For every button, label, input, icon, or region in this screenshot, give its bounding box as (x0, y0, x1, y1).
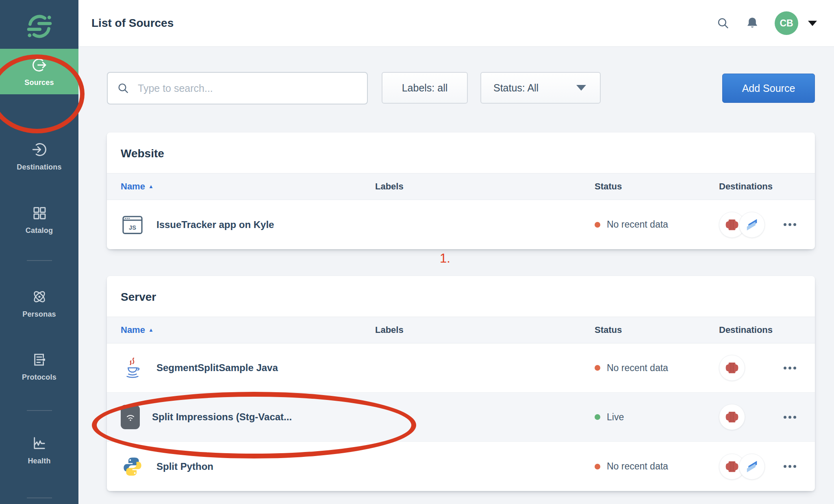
column-header-status: Status (595, 181, 719, 192)
sort-ascending-icon: ▲ (148, 183, 154, 189)
account-menu-caret-icon[interactable] (808, 21, 817, 26)
status-dot (595, 464, 600, 469)
column-header-name[interactable]: Name▲ (107, 181, 375, 192)
sidebar-item-label: Sources (24, 78, 54, 87)
sort-ascending-icon: ▲ (148, 327, 154, 333)
user-avatar[interactable]: CB (775, 11, 798, 35)
column-header-destinations: Destinations (719, 181, 815, 192)
table-row[interactable]: SegmentSplitSample Java No recent data (107, 343, 815, 393)
sidebar-item-health[interactable]: Health (0, 427, 78, 473)
column-header-labels: Labels (375, 181, 595, 192)
table-row[interactable]: Split Python No recent data (107, 442, 815, 491)
sidebar-item-destinations[interactable]: Destinations (0, 133, 78, 179)
row-more-options-button[interactable] (783, 412, 797, 423)
sidebar-item-label: Personas (22, 310, 56, 319)
notifications-bell-icon[interactable] (745, 16, 759, 30)
source-group-title: Website (107, 133, 815, 173)
column-header-status: Status (595, 325, 719, 335)
column-header-labels: Labels (375, 325, 595, 335)
destination-badges (719, 212, 765, 238)
column-header-destinations: Destinations (719, 325, 815, 335)
source-group-card: Server Name▲ Labels Status Destinations … (107, 276, 815, 491)
topbar: List of Sources CB (78, 0, 834, 47)
source-status: No recent data (595, 219, 719, 230)
source-status: No recent data (595, 363, 719, 374)
table-header-row: Name▲ Labels Status Destinations (107, 317, 815, 343)
destination-badges (719, 355, 745, 381)
row-more-options-button[interactable] (783, 461, 797, 472)
catalog-icon (31, 204, 48, 222)
sidebar-divider (27, 410, 52, 411)
status-dot (595, 222, 600, 228)
status-filter-label: Status: All (493, 82, 539, 94)
row-more-options-button[interactable] (783, 363, 797, 374)
sidebar-item-label: Protocols (22, 373, 56, 382)
sidebar-item-label: Destinations (17, 163, 61, 172)
javascript-source-icon (121, 212, 144, 237)
sidebar-item-protocols[interactable]: Protocols (0, 343, 78, 389)
status-filter-dropdown[interactable]: Status: All (480, 72, 601, 104)
sidebar-item-sources[interactable]: Sources (0, 49, 78, 94)
page-title: List of Sources (91, 17, 174, 30)
segment-logo-icon[interactable] (0, 13, 78, 40)
source-group-card: Website Name▲ Labels Status Destinations… (107, 133, 815, 249)
source-search-box (107, 72, 368, 104)
table-row[interactable]: Split Impressions (Stg-Vacat... Live (107, 393, 815, 442)
search-input[interactable] (138, 83, 358, 94)
sidebar-item-personas[interactable]: Personas (0, 280, 78, 326)
destination-badges (719, 404, 745, 430)
add-source-button[interactable]: Add Source (722, 74, 815, 103)
source-status: Live (595, 412, 719, 423)
status-dot (595, 414, 600, 420)
main-content: Labels: all Status: All Add Source Websi… (78, 47, 834, 491)
sidebar-item-catalog[interactable]: Catalog (0, 197, 78, 242)
red-db-destination-icon[interactable] (719, 404, 745, 430)
search-icon (117, 82, 130, 95)
health-icon (31, 435, 48, 452)
java-source-icon (121, 355, 144, 380)
sidebar: Sources Destinations Catalog Personas Pr… (0, 0, 78, 504)
filters-bar: Labels: all Status: All Add Source (107, 72, 815, 104)
status-text: Live (607, 412, 624, 423)
sidebar-divider (27, 497, 52, 498)
status-dot (595, 365, 600, 371)
sidebar-item-label: Health (28, 457, 50, 465)
table-row[interactable]: IssueTracker app on Kyle No recent data (107, 200, 815, 249)
column-header-name[interactable]: Name▲ (107, 325, 375, 335)
sources-icon (31, 56, 48, 74)
destinations-icon (31, 141, 48, 158)
source-name[interactable]: Split Python (156, 461, 213, 472)
protocols-icon (31, 351, 48, 368)
labels-filter-button[interactable]: Labels: all (382, 72, 468, 104)
source-status: No recent data (595, 461, 719, 472)
sidebar-divider (27, 260, 52, 261)
status-text: No recent data (607, 363, 668, 374)
source-group-title: Server (107, 276, 815, 317)
status-text: No recent data (607, 219, 668, 230)
source-name[interactable]: IssueTracker app on Kyle (156, 219, 274, 230)
source-name[interactable]: Split Impressions (Stg-Vacat... (152, 411, 292, 423)
chevron-down-icon (576, 85, 586, 91)
blue-s-destination-icon[interactable] (739, 454, 765, 480)
python-source-icon (121, 454, 144, 479)
personas-icon (31, 288, 48, 305)
blue-s-destination-icon[interactable] (739, 212, 765, 238)
search-icon[interactable] (716, 16, 730, 30)
source-name[interactable]: SegmentSplitSample Java (156, 362, 278, 374)
red-db-destination-icon[interactable] (719, 355, 745, 381)
app-root: Sources Destinations Catalog Personas Pr… (0, 0, 834, 504)
sidebar-item-label: Catalog (26, 226, 53, 235)
status-text: No recent data (607, 461, 668, 472)
wifi-source-icon (121, 405, 140, 429)
table-header-row: Name▲ Labels Status Destinations (107, 173, 815, 200)
row-more-options-button[interactable] (783, 219, 797, 230)
destination-badges (719, 454, 765, 480)
